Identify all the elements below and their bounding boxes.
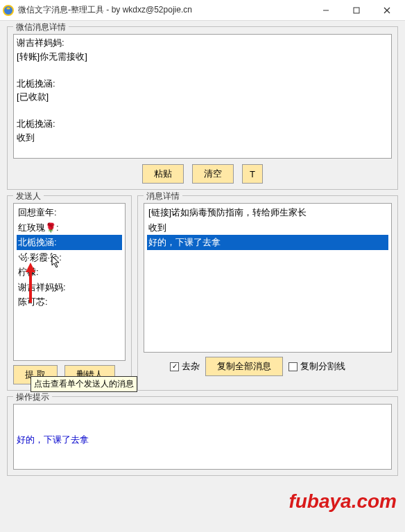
group-title: 发送人 — [13, 190, 44, 202]
tips-textarea[interactable]: 好的，下课了去拿 --------------- 选中的消息已被复制，如果要复制… — [13, 404, 392, 470]
group-messages: 消息详情 [链接]诺如病毒预防指南，转给师生家长收到好的，下课了去拿 ✓ 去杂 … — [137, 195, 398, 391]
window-title: 微信文字消息-整理工具 - by wkdxz@52pojie.cn — [18, 4, 311, 16]
group-senders: 发送人 回想童年:红玫瑰🌹:北栀挽涵:꧁·彩霞·꧂:柠檬:谢吉祥妈妈:陈可芯: … — [7, 195, 132, 391]
sender-list-item[interactable]: 谢吉祥妈妈: — [17, 280, 122, 295]
message-textarea[interactable]: 谢吉祥妈妈: [转账]你无需接收] 北栀挽涵: [已收款] 北栀挽涵: 收到 ꧁… — [13, 34, 392, 159]
group-wechat-detail: 微信消息详情 谢吉祥妈妈: [转账]你无需接收] 北栀挽涵: [已收款] 北栀挽… — [7, 26, 398, 190]
minimize-button[interactable] — [311, 1, 341, 20]
maximize-button[interactable] — [341, 1, 372, 20]
message-list-item[interactable]: 好的，下课了去拿 — [147, 235, 388, 250]
titlebar: 微信文字消息-整理工具 - by wkdxz@52pojie.cn — [0, 0, 405, 21]
checkbox-box — [288, 362, 298, 371]
divider-checkbox[interactable]: 复制分割线 — [288, 360, 345, 373]
message-listbox[interactable]: [链接]诺如病毒预防指南，转给师生家长收到好的，下课了去拿 — [144, 203, 392, 353]
paste-button[interactable]: 粘贴 — [142, 164, 184, 184]
app-icon — [3, 5, 14, 16]
sender-list-item[interactable]: 北栀挽涵: — [17, 235, 122, 250]
copy-all-button[interactable]: 复制全部消息 — [205, 357, 283, 376]
checkbox-box: ✓ — [170, 362, 179, 371]
sender-list-item[interactable]: 柠檬: — [17, 265, 122, 280]
message-list-item[interactable]: 收到 — [147, 220, 388, 236]
group-title: 消息详情 — [144, 190, 182, 202]
svg-rect-2 — [354, 8, 359, 13]
tooltip: 点击查看单个发送人的消息 — [31, 376, 137, 392]
group-title: 操作提示 — [13, 391, 52, 403]
t-button[interactable]: T — [242, 164, 263, 184]
clean-checkbox[interactable]: ✓ 去杂 — [170, 360, 200, 373]
sender-listbox[interactable]: 回想童年:红玫瑰🌹:北栀挽涵:꧁·彩霞·꧂:柠檬:谢吉祥妈妈:陈可芯: — [13, 203, 126, 361]
close-button[interactable] — [372, 1, 402, 20]
clear-button[interactable]: 清空 — [192, 164, 234, 184]
sender-list-item[interactable]: ꧁·彩霞·꧂: — [17, 250, 122, 265]
sender-list-item[interactable]: 红玫瑰🌹: — [17, 220, 122, 236]
sender-list-item[interactable]: 陈可芯: — [17, 294, 122, 310]
group-title: 微信消息详情 — [13, 21, 69, 33]
sender-list-item[interactable]: 回想童年: — [17, 205, 122, 220]
message-list-item[interactable]: [链接]诺如病毒预防指南，转给师生家长 — [147, 205, 388, 220]
group-tips: 操作提示 好的，下课了去拿 --------------- 选中的消息已被复制，… — [7, 396, 398, 476]
svg-point-0 — [3, 6, 13, 15]
watermark: fubaya.com — [288, 490, 397, 513]
